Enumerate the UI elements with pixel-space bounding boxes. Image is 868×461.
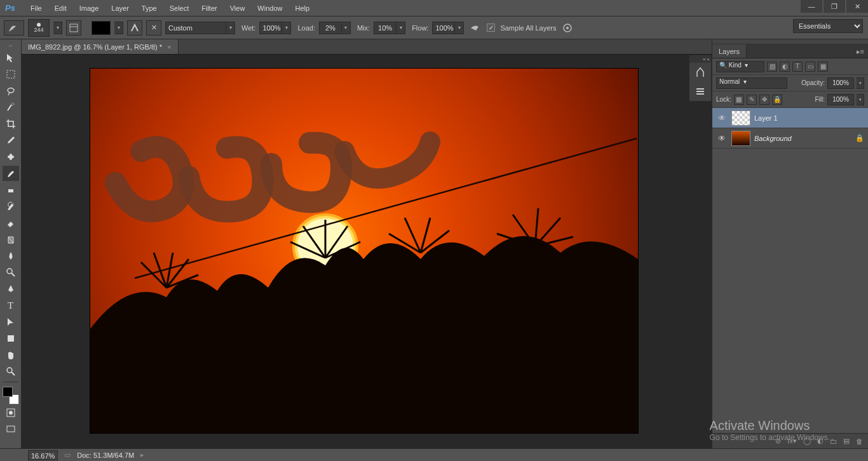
clean-brush-button[interactable]: ✕: [146, 20, 161, 36]
toolbox-handle[interactable]: ››: [1, 43, 20, 48]
visibility-toggle-icon[interactable]: 👁: [716, 114, 728, 123]
menu-edit[interactable]: Edit: [48, 0, 73, 17]
layer-thumbnail[interactable]: [731, 131, 750, 146]
opacity-value[interactable]: 100%: [827, 77, 854, 89]
lock-transparency-icon[interactable]: ▩: [734, 95, 744, 105]
brush-panel-toggle[interactable]: [66, 20, 81, 36]
sample-all-checkbox[interactable]: ✓: [487, 23, 495, 32]
window-minimize-button[interactable]: —: [801, 0, 822, 13]
quick-mask-toggle[interactable]: [3, 405, 19, 420]
workspace-switcher[interactable]: Essentials: [793, 19, 863, 33]
lock-position-icon[interactable]: ✥: [759, 95, 770, 105]
blend-mode-select[interactable]: Normal ▾: [716, 77, 787, 89]
window-restore-button[interactable]: ❐: [824, 0, 845, 13]
type-tool[interactable]: T: [3, 298, 19, 313]
pen-tool[interactable]: [3, 281, 19, 297]
panel-menu-icon[interactable]: ▸≡: [853, 44, 868, 58]
filter-smart-icon[interactable]: ▦: [818, 62, 828, 72]
adjustment-layer-icon[interactable]: ◐: [817, 437, 824, 445]
brush-preview[interactable]: 244: [28, 19, 50, 37]
zoom-tool[interactable]: [3, 364, 19, 379]
layer-fx-icon[interactable]: fx▾: [787, 437, 797, 445]
clone-stamp-tool[interactable]: [3, 182, 19, 197]
menu-select[interactable]: Select: [163, 0, 196, 17]
layer-filter-kind[interactable]: 🔍 Kind ▾: [716, 61, 764, 72]
color-dropdown[interactable]: ▾: [114, 22, 123, 34]
eraser-tool[interactable]: [3, 215, 19, 230]
filter-adjust-icon[interactable]: ◐: [780, 62, 790, 72]
marquee-tool[interactable]: [3, 67, 19, 82]
zoom-level[interactable]: 16.67%: [28, 450, 58, 460]
scratch-sizes-icon[interactable]: ▭: [64, 451, 71, 459]
menu-file[interactable]: File: [24, 0, 48, 17]
flow-dropdown[interactable]: ▾: [455, 22, 464, 34]
collapsed-brush-panel[interactable]: «×: [689, 55, 712, 102]
fill-dropdown[interactable]: ▾: [857, 94, 864, 105]
filter-pixel-icon[interactable]: ▧: [767, 62, 777, 72]
dodge-tool[interactable]: [3, 265, 19, 280]
hand-tool[interactable]: [3, 347, 19, 363]
screen-mode-toggle[interactable]: [3, 422, 19, 437]
visibility-toggle-icon[interactable]: 👁: [716, 134, 728, 143]
crop-tool[interactable]: [3, 116, 19, 131]
panel-close-icon[interactable]: ×: [707, 57, 710, 62]
panel-dock-grip[interactable]: [712, 39, 868, 44]
color-fg-bg-swatch[interactable]: [3, 387, 19, 404]
menu-type[interactable]: Type: [135, 0, 163, 17]
menu-image[interactable]: Image: [73, 0, 105, 17]
close-tab-icon[interactable]: ×: [167, 43, 171, 51]
load-value[interactable]: 2%: [319, 22, 342, 34]
menu-filter[interactable]: Filter: [195, 0, 223, 17]
preset-dropdown[interactable]: ▾: [226, 22, 235, 34]
opacity-dropdown[interactable]: ▾: [857, 77, 864, 89]
doc-sizes[interactable]: Doc: 51.3M/64.7M: [77, 451, 134, 459]
load-dropdown[interactable]: ▾: [342, 22, 351, 34]
flow-value[interactable]: 100%: [432, 22, 455, 34]
brush-preset-select[interactable]: Custom: [165, 22, 226, 34]
new-layer-icon[interactable]: ▤: [843, 437, 850, 445]
canvas-viewport[interactable]: «×: [22, 55, 712, 448]
filter-type-icon[interactable]: T: [792, 62, 803, 72]
lock-all-icon[interactable]: 🔒: [772, 95, 782, 105]
layers-tab[interactable]: Layers: [712, 44, 747, 58]
history-brush-tool[interactable]: [3, 199, 19, 214]
tablet-pressure-toggle[interactable]: [560, 20, 575, 36]
window-close-button[interactable]: ✕: [846, 0, 868, 13]
current-color-swatch[interactable]: [92, 21, 111, 35]
menu-layer[interactable]: Layer: [105, 0, 135, 17]
brush-dropdown[interactable]: ▾: [53, 22, 62, 34]
airbrush-toggle[interactable]: [468, 20, 483, 36]
gradient-tool[interactable]: [3, 232, 19, 247]
load-brush-button[interactable]: [127, 20, 142, 36]
layer-group-icon[interactable]: 🗀: [830, 438, 837, 445]
panel-collapse-icon[interactable]: «: [703, 57, 705, 62]
canvas[interactable]: [90, 69, 638, 433]
lasso-tool[interactable]: [3, 83, 19, 98]
document-tab[interactable]: IMG_8922.jpg @ 16.7% (Layer 1, RGB/8) * …: [22, 39, 179, 54]
healing-brush-tool[interactable]: [3, 149, 19, 164]
menu-help[interactable]: Help: [288, 0, 316, 17]
brushes-panel-icon[interactable]: [689, 63, 711, 82]
quick-select-tool[interactable]: [3, 100, 19, 115]
mix-dropdown[interactable]: ▾: [397, 22, 405, 34]
link-layers-icon[interactable]: ⊘: [775, 437, 781, 445]
blur-tool[interactable]: [3, 248, 19, 264]
shape-tool[interactable]: [3, 331, 19, 346]
layer-row[interactable]: 👁 Background 🔒: [712, 128, 868, 149]
menu-view[interactable]: View: [224, 0, 252, 17]
layer-name[interactable]: Layer 1: [754, 114, 778, 122]
status-dropdown-icon[interactable]: ▸: [140, 451, 144, 459]
tool-preset-picker[interactable]: [4, 20, 24, 36]
wet-value[interactable]: 100%: [259, 22, 282, 34]
filter-shape-icon[interactable]: ▭: [805, 62, 815, 72]
delete-layer-icon[interactable]: 🗑: [856, 438, 863, 445]
mixer-brush-tool[interactable]: [3, 166, 19, 181]
layer-thumbnail[interactable]: [731, 110, 750, 126]
move-tool[interactable]: [3, 50, 19, 65]
path-select-tool[interactable]: [3, 314, 19, 330]
wet-dropdown[interactable]: ▾: [282, 22, 291, 34]
menu-window[interactable]: Window: [251, 0, 288, 17]
layer-mask-icon[interactable]: ◯: [803, 437, 811, 445]
layer-row[interactable]: 👁 Layer 1: [712, 108, 868, 128]
layer-name[interactable]: Background: [754, 135, 792, 142]
